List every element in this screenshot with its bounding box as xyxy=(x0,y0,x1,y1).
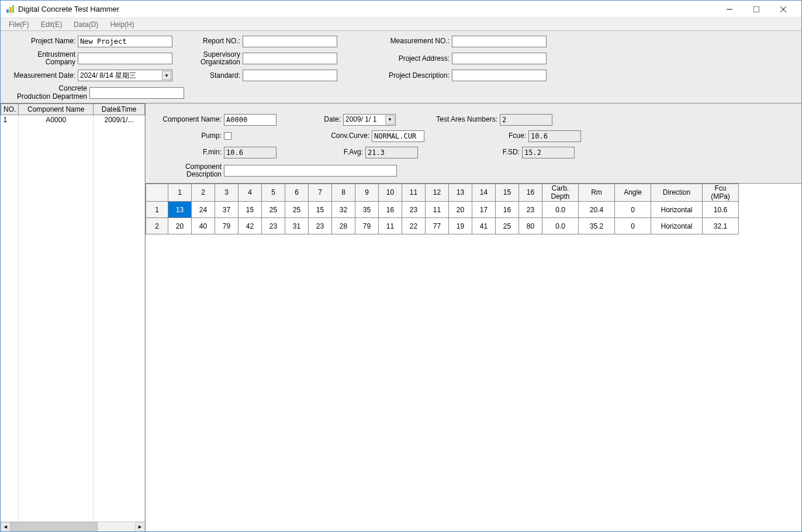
list-item[interactable]: 1A00002009/1/... xyxy=(1,115,145,125)
data-header-cell[interactable]: 11 xyxy=(402,184,426,202)
data-cell[interactable]: 24 xyxy=(192,202,215,218)
data-cell[interactable]: 25 xyxy=(262,202,285,218)
project-description-input[interactable] xyxy=(452,70,547,81)
list-item[interactable] xyxy=(1,329,145,338)
list-item[interactable] xyxy=(1,176,145,186)
data-cell[interactable]: 17 xyxy=(472,202,496,218)
row-header-cell[interactable]: 1 xyxy=(146,202,168,218)
list-item[interactable] xyxy=(1,440,145,450)
data-cell[interactable]: 20 xyxy=(168,218,192,234)
data-cell[interactable]: 35.2 xyxy=(579,218,615,234)
data-header-cell[interactable]: 14 xyxy=(472,184,496,202)
data-header-cell[interactable]: 7 xyxy=(309,184,332,202)
close-button[interactable] xyxy=(770,1,797,18)
list-item[interactable] xyxy=(1,125,145,135)
list-item[interactable] xyxy=(1,227,145,237)
menu-data[interactable]: Data(D) xyxy=(68,19,104,30)
list-header-name[interactable]: Component Name xyxy=(19,103,94,115)
standard-input[interactable] xyxy=(243,70,337,81)
list-header-no[interactable]: NO. xyxy=(1,103,19,115)
list-item[interactable] xyxy=(1,186,145,196)
list-item[interactable] xyxy=(1,389,145,399)
data-grid[interactable]: 12345678910111213141516Carb. DepthRmAngl… xyxy=(146,184,739,234)
data-cell[interactable]: 20.4 xyxy=(579,202,615,218)
project-name-input[interactable] xyxy=(78,36,172,47)
data-cell[interactable]: 19 xyxy=(449,218,472,234)
list-horizontal-scrollbar[interactable]: ◄ ► xyxy=(1,521,145,531)
list-item[interactable] xyxy=(1,461,145,471)
data-cell[interactable]: 10.6 xyxy=(703,202,739,218)
data-cell[interactable]: 15 xyxy=(309,202,332,218)
data-header-cell[interactable]: Fcu (MPa) xyxy=(703,184,739,202)
maximize-button[interactable] xyxy=(743,1,770,18)
data-cell[interactable]: 11 xyxy=(379,218,402,234)
data-header-cell[interactable]: 9 xyxy=(355,184,379,202)
data-header-cell[interactable]: Rm xyxy=(579,184,615,202)
list-item[interactable] xyxy=(1,166,145,176)
list-item[interactable] xyxy=(1,136,145,146)
data-cell[interactable]: 23 xyxy=(262,218,285,234)
data-header-cell[interactable]: Carb. Depth xyxy=(542,184,579,202)
list-item[interactable] xyxy=(1,379,145,389)
conv-curve-input[interactable] xyxy=(372,130,424,142)
scroll-track[interactable] xyxy=(11,522,135,532)
data-header-cell[interactable]: 10 xyxy=(379,184,402,202)
component-list-table[interactable]: NO. Component Name Date&Time 1A00002009/… xyxy=(1,103,145,521)
list-item[interactable] xyxy=(1,501,145,511)
measurement-date-select[interactable]: 2024/ 8/14 星期三 ▼ xyxy=(78,70,172,81)
data-cell[interactable]: 0 xyxy=(615,218,651,234)
list-item[interactable] xyxy=(1,288,145,298)
list-item[interactable] xyxy=(1,308,145,318)
data-cell[interactable]: 23 xyxy=(519,202,542,218)
data-header-cell[interactable]: 16 xyxy=(519,184,542,202)
list-item[interactable] xyxy=(1,298,145,308)
minimize-button[interactable] xyxy=(716,1,743,18)
list-item[interactable] xyxy=(1,146,145,156)
list-header-datetime[interactable]: Date&Time xyxy=(94,103,145,115)
data-header-cell[interactable]: 3 xyxy=(215,184,238,202)
menu-file[interactable]: File(F) xyxy=(3,19,35,30)
data-cell[interactable]: 32 xyxy=(332,202,355,218)
component-date-select[interactable]: 2009/ 1/ 1 ▼ xyxy=(343,114,396,126)
data-header-cell[interactable]: 13 xyxy=(449,184,472,202)
list-item[interactable] xyxy=(1,481,145,490)
scroll-right-button[interactable]: ► xyxy=(135,522,145,532)
component-desc-input[interactable] xyxy=(224,165,397,177)
list-item[interactable] xyxy=(1,410,145,420)
data-header-cell[interactable] xyxy=(146,184,168,202)
data-cell[interactable]: 16 xyxy=(379,202,402,218)
menu-help[interactable]: Help(H) xyxy=(104,19,140,30)
component-name-input[interactable] xyxy=(224,114,276,126)
list-item[interactable] xyxy=(1,267,145,277)
data-cell[interactable]: 15 xyxy=(238,202,262,218)
data-cell[interactable]: 20 xyxy=(449,202,472,218)
data-cell[interactable]: 13 xyxy=(168,202,192,218)
data-cell[interactable]: 11 xyxy=(426,202,449,218)
data-header-cell[interactable]: Direction xyxy=(651,184,703,202)
supervisory-org-input[interactable] xyxy=(243,53,337,64)
pump-checkbox[interactable] xyxy=(224,132,231,140)
data-cell[interactable]: 32.1 xyxy=(703,218,739,234)
data-cell[interactable]: 28 xyxy=(332,218,355,234)
data-cell[interactable]: 77 xyxy=(426,218,449,234)
data-header-cell[interactable]: Angle xyxy=(615,184,651,202)
data-cell[interactable]: 40 xyxy=(192,218,215,234)
list-item[interactable] xyxy=(1,369,145,379)
data-cell[interactable]: 25 xyxy=(496,218,519,234)
scroll-left-button[interactable]: ◄ xyxy=(1,522,11,532)
table-row[interactable]: 1132437152525153235162311201716230.020.4… xyxy=(146,202,739,218)
list-item[interactable] xyxy=(1,247,145,257)
data-cell[interactable]: 37 xyxy=(215,202,238,218)
data-cell[interactable]: 25 xyxy=(285,202,309,218)
list-item[interactable] xyxy=(1,237,145,247)
list-item[interactable] xyxy=(1,430,145,440)
data-header-cell[interactable]: 15 xyxy=(496,184,519,202)
data-cell[interactable]: 79 xyxy=(355,218,379,234)
list-item[interactable] xyxy=(1,420,145,430)
data-cell[interactable]: Horizontal xyxy=(651,218,703,234)
list-item[interactable] xyxy=(1,318,145,328)
row-header-cell[interactable]: 2 xyxy=(146,218,168,234)
entrustment-company-input[interactable] xyxy=(78,53,172,64)
concrete-dept-input[interactable] xyxy=(89,87,184,99)
list-item[interactable] xyxy=(1,156,145,165)
